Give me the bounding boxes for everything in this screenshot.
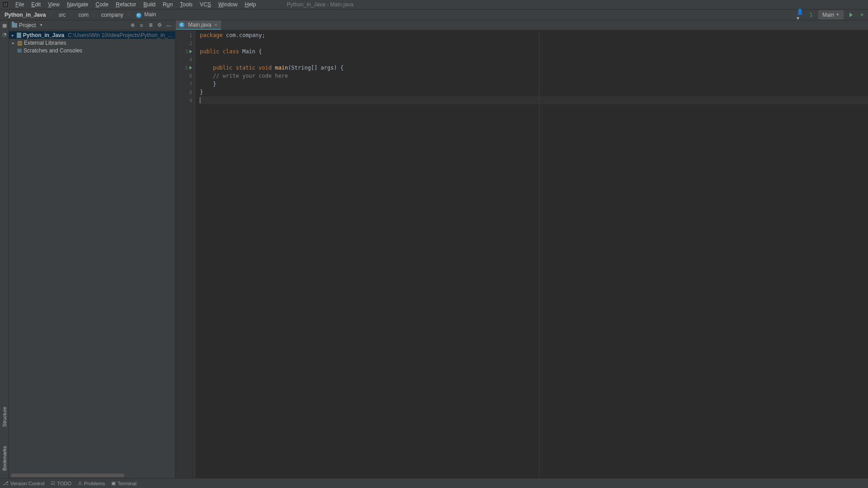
run-config-name: Main — [822, 12, 834, 18]
code-token: public class — [200, 48, 242, 55]
tree-libs[interactable]: ▸ ▥ External Libraries — [9, 39, 175, 47]
menu-refactor[interactable]: Refactor — [112, 0, 140, 9]
menu-view[interactable]: View — [44, 0, 63, 9]
project-tree[interactable]: ▸ Python_in_Java C:\Users\Win 10\IdeaPro… — [9, 30, 175, 478]
hide-icon[interactable]: — — [165, 22, 172, 29]
bottom-todo-label: TODO — [57, 481, 71, 486]
code-content[interactable]: package com.company; public class Main {… — [195, 30, 868, 478]
menubar: IJ File Edit View Navigate Code Refactor… — [0, 0, 868, 9]
code-token: package — [200, 32, 226, 38]
expand-all-icon[interactable]: ≡ — [138, 22, 145, 29]
expand-arrow-icon[interactable]: ▸ — [11, 33, 15, 38]
breadcrumb-src[interactable]: src — [57, 11, 67, 19]
run-gutter-icon[interactable] — [189, 50, 192, 53]
run-button[interactable] — [847, 11, 854, 19]
scratch-icon: ▤ — [17, 47, 22, 53]
add-config-icon[interactable]: 👤▾ — [797, 11, 804, 19]
class-icon: C — [136, 13, 142, 18]
line-number: 2 — [189, 41, 192, 47]
bottom-vc-label: Version Control — [10, 481, 44, 486]
structure-tab[interactable]: Structure — [1, 404, 8, 430]
left-stripe: ▦ ◔ Structure Bookmarks — [0, 20, 9, 478]
debug-button[interactable]: ⌖ — [858, 11, 865, 19]
library-icon: ▥ — [17, 40, 22, 46]
bottom-problems-label: Problems — [84, 481, 105, 486]
line-number: 3 — [185, 49, 188, 55]
menu-run[interactable]: Run — [159, 0, 176, 9]
scrollbar-thumb[interactable] — [11, 474, 124, 477]
class-icon: C — [179, 22, 184, 28]
tree-scratches-label: Scratches and Consoles — [24, 47, 82, 54]
collapse-all-icon[interactable]: ≣ — [147, 22, 154, 29]
folder-icon — [12, 23, 17, 28]
bottom-stripe: ⎇Version Control ☑TODO ⚠Problems ▣Termin… — [0, 478, 868, 488]
commit-stripe-icon[interactable]: ◔ — [1, 31, 8, 38]
text-caret — [200, 97, 200, 103]
project-stripe-icon[interactable]: ▦ — [1, 22, 8, 28]
problems-icon: ⚠ — [78, 480, 82, 486]
editor-gutter[interactable]: 1 2 3 4 5 6 7 8 9 — [175, 30, 195, 478]
tree-scratches[interactable]: ▤ Scratches and Consoles — [9, 47, 175, 54]
file-tab-main[interactable]: C Main.java × — [175, 20, 221, 30]
breadcrumb-sep: 〉 — [92, 11, 98, 19]
code-editor[interactable]: 1 2 3 4 5 6 7 8 9 package com.company; p… — [175, 30, 868, 478]
bookmarks-tab[interactable]: Bookmarks — [1, 443, 8, 474]
code-token — [200, 65, 213, 71]
project-tool-header: Project ▼ ⊕ ≡ ≣ ⚙ — — [9, 20, 175, 30]
line-number: 4 — [189, 57, 192, 63]
run-toolbar: 👤▾ ⤵ Main ▼ ⌖ — [797, 10, 865, 19]
code-token: } — [200, 81, 216, 87]
line-number: 7 — [189, 81, 192, 87]
code-token: { — [255, 48, 262, 55]
tree-root-name: Python_in_Java — [23, 32, 64, 38]
right-margin-line — [539, 30, 539, 478]
line-number: 6 — [189, 73, 192, 79]
module-icon — [17, 33, 21, 38]
build-icon[interactable]: ⤵ — [807, 11, 815, 19]
breadcrumb-project[interactable]: Python_in_Java — [3, 11, 47, 19]
menu-code[interactable]: Code — [92, 0, 112, 9]
tree-root-path: C:\Users\Win 10\IdeaProjects\Python_in_… — [68, 32, 173, 38]
bottom-problems[interactable]: ⚠Problems — [78, 480, 105, 486]
breadcrumb-class-name: Main — [144, 11, 156, 18]
close-icon[interactable]: × — [214, 22, 217, 28]
menu-build[interactable]: Build — [140, 0, 159, 9]
code-token: } — [200, 89, 203, 95]
app-logo-icon: IJ — [2, 1, 9, 8]
menu-navigate[interactable]: Navigate — [63, 0, 92, 9]
tree-horizontal-scrollbar[interactable] — [11, 474, 173, 477]
breadcrumb-sep: 〉 — [127, 11, 132, 19]
navbar: Python_in_Java 〉 src 〉 com 〉 company 〉 C… — [0, 9, 868, 20]
run-config-selector[interactable]: Main ▼ — [818, 10, 844, 19]
bottom-terminal[interactable]: ▣Terminal — [111, 480, 137, 486]
menu-vcs[interactable]: VCS — [196, 0, 215, 9]
chevron-down-icon[interactable]: ▼ — [39, 23, 43, 27]
code-token: // write your code here — [200, 73, 288, 79]
settings-icon[interactable]: ⚙ — [156, 22, 163, 29]
menu-tools[interactable]: Tools — [176, 0, 196, 9]
menu-help[interactable]: Help — [241, 0, 259, 9]
run-gutter-icon[interactable] — [189, 66, 192, 70]
chevron-down-icon: ▼ — [836, 13, 840, 17]
menu-file[interactable]: File — [12, 0, 28, 9]
file-tab-name: Main.java — [188, 22, 211, 28]
expand-arrow-icon[interactable]: ▸ — [11, 41, 15, 45]
project-tool-title[interactable]: Project — [19, 22, 36, 28]
breadcrumb-com[interactable]: com — [76, 11, 90, 19]
code-token: public static void — [213, 65, 275, 71]
bottom-version-control[interactable]: ⎇Version Control — [3, 480, 44, 486]
breadcrumb-company[interactable]: company — [99, 11, 125, 19]
menu-edit[interactable]: Edit — [28, 0, 44, 9]
locate-icon[interactable]: ⊕ — [129, 22, 136, 29]
menu-window[interactable]: Window — [215, 0, 241, 9]
tree-root[interactable]: ▸ Python_in_Java C:\Users\Win 10\IdeaPro… — [9, 31, 175, 39]
branch-icon: ⎇ — [3, 480, 9, 486]
editor-tabs: C Main.java × — [175, 20, 868, 30]
project-tool-window: Project ▼ ⊕ ≡ ≣ ⚙ — ▸ Python_in_Java C:\… — [9, 20, 175, 478]
breadcrumb-class[interactable]: C Main — [134, 10, 158, 19]
line-number: 1 — [189, 33, 192, 38]
breadcrumb: Python_in_Java 〉 src 〉 com 〉 company 〉 C… — [3, 10, 158, 19]
bottom-todo[interactable]: ☑TODO — [51, 480, 71, 486]
code-token: main — [275, 65, 288, 71]
terminal-icon: ▣ — [111, 480, 116, 486]
